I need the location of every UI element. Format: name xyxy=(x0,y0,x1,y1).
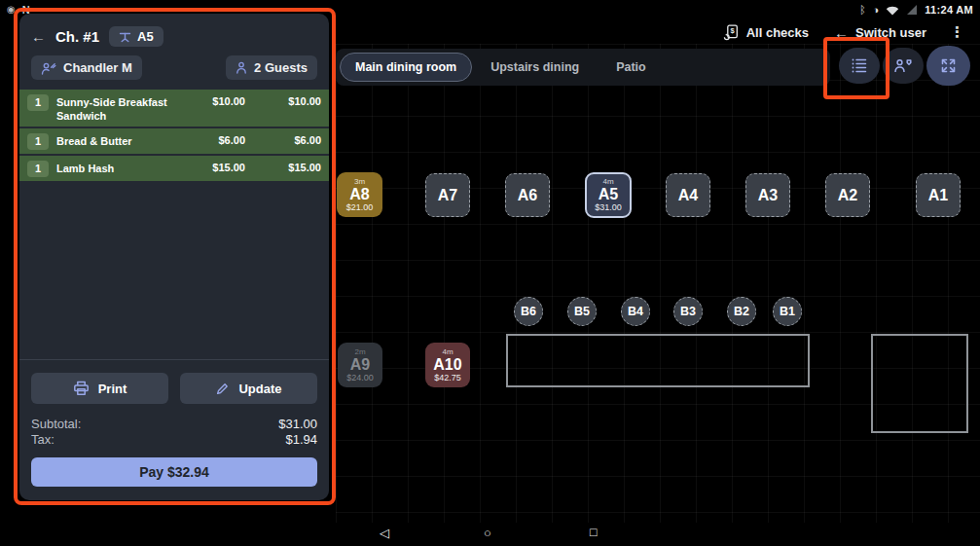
table-icon xyxy=(119,31,131,43)
item-price: $6.00 xyxy=(189,132,245,146)
subtotal-value: $31.00 xyxy=(278,417,317,432)
item-total: $6.00 xyxy=(253,132,321,146)
seat-b2[interactable]: B2 xyxy=(727,297,756,326)
side-counter-outline xyxy=(871,334,968,433)
svg-text:$: $ xyxy=(730,26,735,35)
table-a1[interactable]: A1 xyxy=(916,173,961,217)
tab-upstairs-dining[interactable]: Upstairs dining xyxy=(472,54,598,81)
print-label: Print xyxy=(98,382,127,396)
table-a3[interactable]: A3 xyxy=(745,173,790,217)
table-a5-amount: $31.00 xyxy=(595,202,622,213)
edit-icon xyxy=(215,382,230,396)
seat-b6[interactable]: B6 xyxy=(514,297,543,326)
table-a2-label: A2 xyxy=(838,187,857,203)
app-bar: $ All checks ← Switch user ⋮ xyxy=(341,19,980,45)
update-button[interactable]: Update xyxy=(180,373,317,404)
table-a6[interactable]: A6 xyxy=(505,173,550,217)
guests-chip[interactable]: 2 Guests xyxy=(226,55,317,80)
all-checks-button[interactable]: $ All checks xyxy=(723,24,809,41)
item-qty-badge: 1 xyxy=(27,94,49,111)
fullscreen-button[interactable] xyxy=(926,46,970,86)
item-qty-badge: 1 xyxy=(27,133,49,150)
assign-guest-button[interactable] xyxy=(883,48,924,84)
seat-b1[interactable]: B1 xyxy=(773,297,802,326)
table-a5-time: 4m xyxy=(602,177,613,186)
table-a5[interactable]: 4m A5 $31.00 xyxy=(585,172,632,218)
cellular-off-icon xyxy=(906,5,918,16)
panel-spacer xyxy=(19,183,329,359)
table-a1-label: A1 xyxy=(928,187,948,203)
tab-patio[interactable]: Patio xyxy=(598,54,665,81)
nav-back-button[interactable]: ◁ xyxy=(380,526,389,540)
item-name: Sunny-Side Breakfast Sandwich xyxy=(56,93,181,123)
print-icon xyxy=(73,381,90,396)
server-chip[interactable]: Chandler M xyxy=(31,55,142,80)
table-a9-label: A9 xyxy=(350,356,370,373)
pay-button[interactable]: Pay $32.94 xyxy=(31,457,317,487)
floor-plan-grid xyxy=(336,44,980,523)
table-a4[interactable]: A4 xyxy=(666,173,710,217)
wifi-icon xyxy=(886,5,899,16)
table-a7-label: A7 xyxy=(438,187,457,203)
back-icon[interactable]: ← xyxy=(31,28,46,45)
table-a9-time: 2m xyxy=(354,347,365,356)
item-name: Lamb Hash xyxy=(56,160,181,175)
table-a5-label: A5 xyxy=(599,186,618,202)
check-footer: Print Update Subtotal: $31.00 Tax: $1.94 xyxy=(19,359,329,500)
order-item-row[interactable]: 1 Lamb Hash $15.00 $15.00 xyxy=(19,156,329,181)
all-checks-label: All checks xyxy=(746,25,809,40)
table-a10-amount: $42.75 xyxy=(434,373,461,383)
table-a9-amount: $24.00 xyxy=(346,373,374,383)
table-a9[interactable]: 2m A9 $24.00 xyxy=(338,343,382,387)
tab-main-dining-room[interactable]: Main dining room xyxy=(340,53,472,82)
server-chip-label: Chandler M xyxy=(63,60,132,75)
data-saver-icon: ◑ xyxy=(873,4,880,16)
item-name: Bread & Butter xyxy=(56,132,181,148)
room-tab-strip: Main dining room Upstairs dining Patio xyxy=(336,49,830,86)
tax-value: $1.94 xyxy=(285,432,317,448)
table-chip-label: A5 xyxy=(137,29,154,44)
seat-b5[interactable]: B5 xyxy=(567,297,597,326)
table-chip[interactable]: A5 xyxy=(109,26,163,47)
android-nav-bar: ◁ ○ □ xyxy=(0,523,980,546)
screen-record-icon: ◉ xyxy=(7,0,16,19)
fullscreen-icon xyxy=(939,56,958,75)
order-items-list: 1 Sunny-Side Breakfast Sandwich $10.00 $… xyxy=(19,90,329,183)
table-a10-time: 4m xyxy=(442,347,453,356)
order-item-row[interactable]: 1 Bread & Butter $6.00 $6.00 xyxy=(19,128,329,154)
item-price: $15.00 xyxy=(189,160,245,173)
table-a4-label: A4 xyxy=(678,187,698,203)
seat-b4[interactable]: B4 xyxy=(621,297,650,326)
table-a8[interactable]: 3m A8 $21.00 xyxy=(337,172,382,217)
check-panel: ← Ch. #1 A5 Cha xyxy=(19,14,329,500)
table-a7[interactable]: A7 xyxy=(425,173,470,217)
table-a10-label: A10 xyxy=(433,356,461,373)
switch-user-label: Switch user xyxy=(855,25,926,40)
list-view-icon xyxy=(849,56,870,75)
table-a8-amount: $21.00 xyxy=(346,202,374,213)
table-a2[interactable]: A2 xyxy=(825,173,870,217)
overflow-menu-icon[interactable]: ⋮ xyxy=(946,23,968,41)
nav-recents-button[interactable]: □ xyxy=(590,526,598,539)
tax-label: Tax: xyxy=(31,432,54,448)
all-checks-icon: $ xyxy=(723,24,740,41)
table-a6-label: A6 xyxy=(518,187,537,203)
print-button[interactable]: Print xyxy=(31,373,168,404)
item-price: $10.00 xyxy=(189,93,245,107)
guest-icon xyxy=(236,61,247,74)
update-label: Update xyxy=(238,382,281,396)
item-total: $10.00 xyxy=(253,93,321,107)
list-view-button[interactable] xyxy=(839,48,880,84)
switch-user-back-icon: ← xyxy=(834,24,849,41)
table-a3-label: A3 xyxy=(758,187,778,203)
table-a8-time: 3m xyxy=(354,177,365,186)
switch-user-button[interactable]: ← Switch user xyxy=(834,24,926,41)
table-a10[interactable]: 4m A10 $42.75 xyxy=(425,343,470,387)
guests-chip-label: 2 Guests xyxy=(254,60,308,75)
table-a8-label: A8 xyxy=(349,186,369,202)
check-title: Ch. #1 xyxy=(55,28,99,45)
seat-b3[interactable]: B3 xyxy=(673,297,703,326)
order-item-row[interactable]: 1 Sunny-Side Breakfast Sandwich $10.00 $… xyxy=(19,90,329,127)
nav-home-button[interactable]: ○ xyxy=(484,526,491,540)
assign-guest-icon xyxy=(892,57,914,74)
